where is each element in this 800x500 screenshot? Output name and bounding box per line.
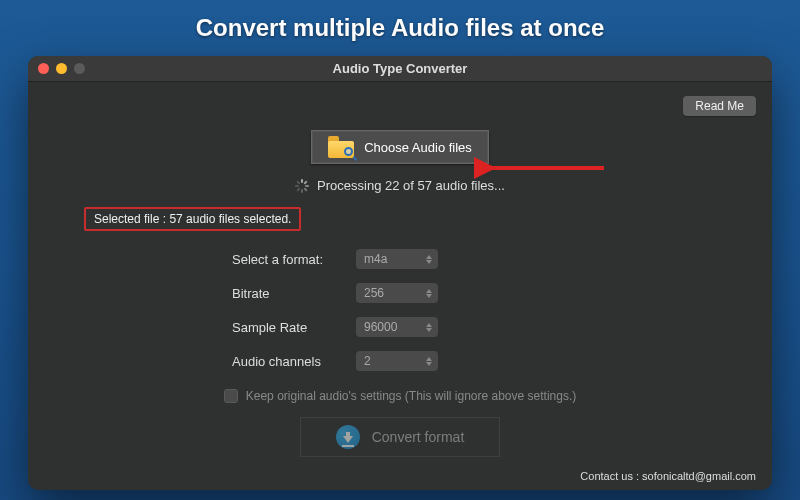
chevron-updown-icon <box>426 289 432 298</box>
bitrate-value: 256 <box>364 286 384 300</box>
bitrate-row: Bitrate 256 <box>232 283 772 303</box>
format-value: m4a <box>364 252 387 266</box>
channels-value: 2 <box>364 354 371 368</box>
keep-settings-row[interactable]: Keep original audio's settings (This wil… <box>28 389 772 403</box>
spinner-icon <box>295 179 309 193</box>
options-panel: Select a format: m4a Bitrate 256 Sample … <box>28 249 772 371</box>
processing-row: Processing 22 of 57 audio files... <box>28 178 772 193</box>
banner-title: Convert multiple Audio files at once <box>0 0 800 50</box>
choose-files-label: Choose Audio files <box>364 140 472 155</box>
format-label: Select a format: <box>232 252 342 267</box>
chevron-updown-icon <box>426 357 432 366</box>
folder-search-icon <box>328 136 354 158</box>
samplerate-select[interactable]: 96000 <box>356 317 438 337</box>
traffic-lights <box>38 63 85 74</box>
format-row: Select a format: m4a <box>232 249 772 269</box>
selected-file-label: Selected file : 57 audio files selected. <box>84 207 301 231</box>
keep-settings-label: Keep original audio's settings (This wil… <box>246 389 576 403</box>
zoom-icon[interactable] <box>74 63 85 74</box>
samplerate-row: Sample Rate 96000 <box>232 317 772 337</box>
bitrate-label: Bitrate <box>232 286 342 301</box>
channels-row: Audio channels 2 <box>232 351 772 371</box>
channels-select[interactable]: 2 <box>356 351 438 371</box>
download-icon <box>336 425 360 449</box>
window-title: Audio Type Converter <box>28 61 772 76</box>
contact-text: Contact us : sofonicaltd@gmail.com <box>580 470 756 482</box>
convert-button[interactable]: Convert format <box>300 417 500 457</box>
channels-label: Audio channels <box>232 354 342 369</box>
keep-settings-checkbox[interactable] <box>224 389 238 403</box>
minimize-icon[interactable] <box>56 63 67 74</box>
readme-button[interactable]: Read Me <box>683 96 756 116</box>
samplerate-label: Sample Rate <box>232 320 342 335</box>
bitrate-select[interactable]: 256 <box>356 283 438 303</box>
format-select[interactable]: m4a <box>356 249 438 269</box>
chevron-updown-icon <box>426 323 432 332</box>
app-window: Audio Type Converter Read Me Choose Audi… <box>28 56 772 490</box>
samplerate-value: 96000 <box>364 320 397 334</box>
processing-text: Processing 22 of 57 audio files... <box>317 178 505 193</box>
titlebar: Audio Type Converter <box>28 56 772 82</box>
convert-label: Convert format <box>372 429 465 445</box>
close-icon[interactable] <box>38 63 49 74</box>
chevron-updown-icon <box>426 255 432 264</box>
choose-files-button[interactable]: Choose Audio files <box>311 130 489 164</box>
